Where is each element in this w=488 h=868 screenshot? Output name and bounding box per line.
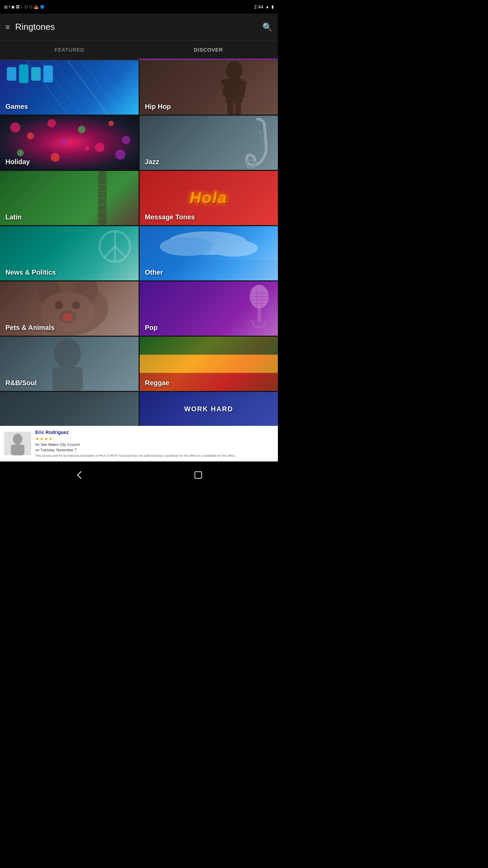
svg-point-56 [62, 313, 73, 321]
svg-rect-40 [247, 191, 278, 201]
tabs: FEATURED DISCOVER [0, 41, 278, 60]
status-icons-left: ▤f▣🖼↓⬡⬡📥🔵 [4, 5, 45, 9]
category-latin[interactable]: Latin [0, 171, 139, 225]
category-jazz[interactable]: Jazz [140, 116, 278, 170]
tab-discover[interactable]: DISCOVER [139, 41, 278, 60]
category-jazz-label: Jazz [145, 158, 159, 166]
category-pop-label: Pop [145, 324, 158, 332]
ad-stars: ★★★★ [35, 436, 274, 441]
category-rnb-soul[interactable]: R&B/Soul [0, 337, 139, 391]
page-title: Ringtones [15, 22, 262, 32]
wifi-icon: ▲ [265, 4, 269, 9]
svg-point-65 [54, 338, 81, 369]
svg-point-18 [261, 145, 264, 148]
svg-rect-35 [234, 181, 261, 191]
svg-point-16 [261, 137, 263, 139]
category-other[interactable]: Other [140, 226, 278, 280]
category-rnb-soul-label: R&B/Soul [5, 379, 37, 387]
svg-rect-10 [227, 102, 233, 115]
status-bar: ▤f▣🖼↓⬡⬡📥🔵 2:44 ▲ ▮ [0, 0, 278, 14]
category-holiday[interactable]: Holiday [0, 116, 139, 170]
search-icon[interactable]: 🔍 [262, 22, 272, 32]
category-pop[interactable]: Pop [140, 281, 278, 336]
category-news-politics[interactable]: News & Politics [0, 226, 139, 280]
battery-icon: ▮ [271, 4, 274, 9]
svg-line-2 [54, 60, 95, 114]
ad-image [4, 432, 31, 455]
svg-point-15 [260, 131, 262, 134]
ad-line2: on Tuesday, November 7 [35, 448, 274, 453]
svg-rect-27 [140, 171, 167, 181]
category-holiday-label: Holiday [5, 158, 30, 166]
ad-banner[interactable]: Eric Rodriguez ★★★★ for San Mateo City C… [0, 426, 278, 461]
category-message-tones[interactable]: Hola Message Tones [140, 171, 278, 225]
svg-point-6 [226, 61, 243, 80]
svg-point-54 [72, 301, 80, 309]
ad-line1: for San Mateo City Council [35, 442, 274, 447]
category-reggae[interactable]: Reggae [140, 337, 278, 391]
category-pets-animals[interactable]: Pets & Animals [0, 281, 139, 336]
svg-rect-36 [140, 191, 167, 201]
svg-line-4 [81, 60, 122, 114]
category-news-politics-label: News & Politics [5, 269, 56, 276]
svg-rect-58 [258, 308, 261, 322]
category-latin-label: Latin [5, 213, 22, 221]
svg-line-5 [95, 60, 135, 114]
category-partial1[interactable] [0, 392, 139, 426]
svg-point-47 [210, 240, 258, 257]
nav-back-button[interactable] [69, 468, 90, 482]
header: ≡ Ringtones 🔍 [0, 14, 278, 41]
svg-line-44 [115, 246, 126, 257]
nav-bar [0, 461, 278, 489]
category-other-label: Other [145, 269, 163, 276]
svg-rect-28 [166, 171, 194, 181]
ad-disclaimer: This ad was paid for by National Associa… [35, 454, 274, 458]
svg-rect-73 [11, 445, 24, 455]
svg-rect-29 [194, 171, 221, 181]
category-games-label: Games [5, 103, 28, 111]
svg-line-3 [67, 60, 108, 114]
ad-content: Eric Rodriguez ★★★★ for San Mateo City C… [35, 429, 274, 458]
svg-rect-68 [140, 355, 278, 373]
menu-icon[interactable]: ≡ [5, 23, 10, 32]
svg-point-72 [13, 434, 22, 445]
svg-point-53 [55, 301, 63, 309]
svg-point-46 [160, 237, 214, 256]
tab-featured[interactable]: FEATURED [0, 41, 139, 60]
svg-rect-11 [235, 102, 241, 115]
category-pets-animals-label: Pets & Animals [5, 324, 55, 332]
ad-title: Eric Rodriguez [35, 429, 274, 435]
category-partial2[interactable]: WORK HARD [140, 392, 278, 426]
category-hiphop-label: Hip Hop [145, 103, 171, 111]
svg-rect-74 [195, 472, 202, 478]
category-grid: Games Hip Hop [0, 60, 278, 426]
svg-rect-30 [221, 171, 248, 181]
svg-rect-67 [140, 337, 278, 355]
svg-rect-31 [247, 171, 278, 181]
svg-rect-66 [52, 367, 83, 391]
category-hiphop[interactable]: Hip Hop [140, 60, 278, 115]
svg-rect-70 [0, 392, 139, 426]
nav-home-button[interactable] [188, 468, 208, 482]
svg-rect-32 [153, 181, 180, 191]
svg-point-17 [261, 141, 264, 143]
svg-line-43 [104, 246, 115, 257]
svg-point-13 [217, 83, 224, 91]
category-reggae-label: Reggae [145, 379, 169, 387]
status-time: 2:44 [254, 4, 263, 9]
category-message-tones-label: Message Tones [145, 213, 195, 221]
category-games[interactable]: Games [0, 60, 139, 115]
